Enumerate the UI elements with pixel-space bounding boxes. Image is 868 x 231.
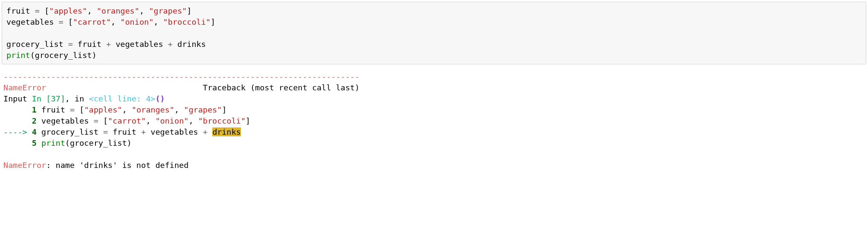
- error-output: ----------------------------------------…: [2, 71, 866, 170]
- error-highlight: drinks: [212, 127, 241, 136]
- error-class: NameError: [3, 83, 46, 92]
- cell-line-ref: <cell line: 4>: [89, 94, 156, 103]
- error-class-final: NameError: [3, 161, 46, 170]
- tb-lineno-2: 2: [32, 116, 37, 125]
- code-line-5: print(grocery_list): [6, 51, 97, 60]
- error-message: : name 'drinks' is not defined: [46, 161, 188, 170]
- code-input-cell[interactable]: fruit = ["apples", "oranges", "grapes"] …: [2, 2, 866, 64]
- tb-arrow: ---->: [3, 127, 32, 136]
- tb-lineno-1: 1: [32, 105, 37, 114]
- code-line-1: fruit = ["apples", "oranges", "grapes"]: [6, 6, 191, 15]
- input-number: In [37]: [32, 94, 65, 103]
- code-line-2: vegetables = ["carrot", "onion", "brocco…: [6, 17, 215, 26]
- code-line-4: grocery_list = fruit + vegetables + drin…: [6, 40, 206, 49]
- input-word: Input: [3, 94, 32, 103]
- tb-lineno-5: 5: [32, 139, 37, 147]
- traceback-separator: ----------------------------------------…: [3, 72, 359, 81]
- traceback-label: Traceback (most recent call last): [46, 83, 359, 92]
- tb-lineno-4: 4: [32, 127, 37, 136]
